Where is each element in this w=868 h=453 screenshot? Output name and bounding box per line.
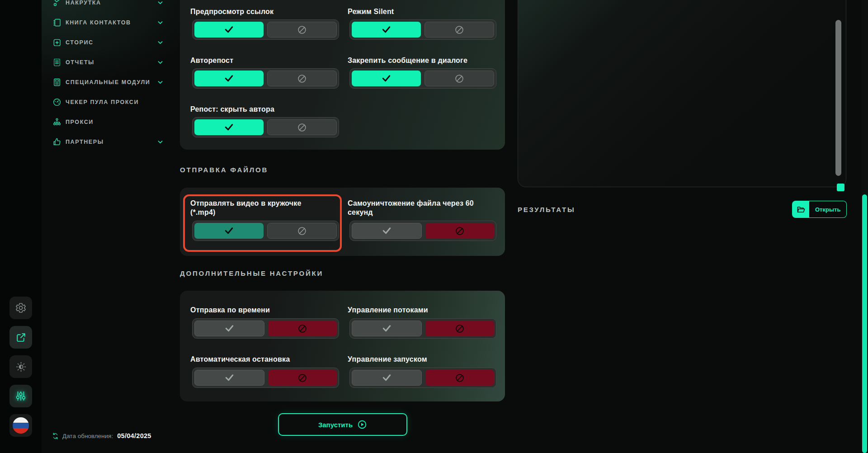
toggle-group	[192, 221, 339, 241]
toggle-cell-2-1: Управление потоками	[337, 306, 495, 339]
stories-icon	[52, 38, 61, 47]
toggle-yes-button[interactable]	[194, 223, 264, 239]
toggle-yes-button[interactable]	[352, 22, 421, 38]
toggle-label: Автоматическая остановка	[190, 355, 337, 364]
toggle-no-button[interactable]	[425, 22, 495, 38]
rail-language-button[interactable]	[9, 414, 32, 437]
ban-icon	[455, 324, 465, 334]
open-results-button[interactable]: Открыть	[792, 201, 847, 218]
check-icon	[224, 24, 234, 35]
toggle-label: Управление потоками	[348, 306, 495, 315]
sidebar-item-1[interactable]: НАКРУТКА	[52, 0, 164, 8]
check-icon	[224, 73, 234, 84]
toggle-yes-button[interactable]	[194, 370, 264, 386]
sidebar-item-8[interactable]: ПАРТНЕРЫ	[52, 137, 164, 147]
check-icon	[224, 226, 234, 236]
equalizer-icon	[15, 390, 27, 402]
ban-icon	[454, 25, 464, 35]
resize-handle-icon[interactable]	[837, 184, 844, 191]
toggle-cell-0-4: Репост: скрыть автора	[180, 105, 337, 137]
ban-icon	[297, 74, 307, 84]
open-results-label: Открыть	[809, 201, 847, 218]
toggle-no-button[interactable]	[425, 321, 495, 336]
ban-icon	[455, 226, 465, 236]
toggle-yes-button[interactable]	[194, 22, 264, 38]
toggle-yes-button[interactable]	[194, 71, 264, 86]
toggle-group	[349, 68, 496, 89]
chevron-down-icon[interactable]	[157, 59, 164, 66]
rail-external-button[interactable]	[9, 326, 32, 349]
sidebar-item-label: ПАРТНЕРЫ	[66, 139, 104, 145]
ban-icon	[297, 25, 307, 35]
toggle-group	[349, 318, 496, 339]
sidebar-item-label: СТОРИС	[66, 39, 94, 46]
toggle-no-button[interactable]	[425, 223, 495, 239]
toggle-yes-button[interactable]	[352, 321, 422, 336]
toggle-group	[192, 68, 339, 89]
chevron-down-icon[interactable]	[157, 19, 164, 26]
message-preview-panel	[518, 0, 846, 187]
ban-icon	[297, 324, 307, 334]
toggle-cell-1-1: Самоуничтожение файла через 60 секунд	[337, 197, 495, 241]
file-sending-panel: Отправлять видео в кружочке (*.mp4)Самоу…	[180, 188, 505, 256]
sidebar-item-6[interactable]: ЧЕКЕР ПУЛА ПРОКСИ	[52, 97, 164, 108]
sidebar-item-label: НАКРУТКА	[66, 0, 101, 6]
toggle-yes-button[interactable]	[352, 223, 422, 239]
toggle-no-button[interactable]	[425, 370, 495, 386]
toggle-group	[192, 318, 339, 339]
page-scrollbar[interactable]	[862, 194, 867, 453]
toggle-group	[349, 368, 496, 388]
run-button[interactable]: Запустить	[278, 413, 407, 436]
folder-open-icon	[792, 201, 809, 218]
toggle-label: Отправка по времени	[190, 306, 337, 315]
sidebar-menu: НАКРУТКАКНИГА КОНТАКТОВСТОРИСОТЧЕТЫСПЕЦИ…	[0, 0, 171, 190]
run-button-label: Запустить	[318, 421, 353, 429]
sidebar-item-4[interactable]: ОТЧЕТЫ	[52, 57, 164, 68]
message-panel-scrollbar[interactable]	[835, 20, 841, 176]
toggle-no-button[interactable]	[267, 223, 337, 239]
refresh-icon	[52, 432, 59, 440]
chevron-down-icon[interactable]	[157, 39, 164, 46]
check-icon	[382, 323, 392, 334]
rail-equalizer-button[interactable]	[9, 385, 32, 407]
sidebar-item-7[interactable]: ПРОКСИ	[52, 117, 164, 127]
sidebar-item-label: ОТЧЕТЫ	[66, 59, 94, 66]
toggle-group	[192, 368, 339, 388]
toggle-no-button[interactable]	[268, 370, 337, 386]
ban-icon	[454, 74, 464, 84]
check-icon	[224, 323, 235, 334]
toggle-group	[192, 19, 339, 40]
ban-icon	[297, 373, 307, 383]
sidebar-item-5[interactable]: СПЕЦИАЛЬНЫЕ МОДУЛИ	[52, 77, 164, 88]
chevron-down-icon[interactable]	[157, 139, 164, 146]
toggle-label: Авторепост	[190, 57, 337, 66]
external-link-icon	[15, 332, 27, 343]
toggle-no-button[interactable]	[267, 22, 337, 38]
rail-settings-button[interactable]	[9, 297, 32, 319]
results-title: РЕЗУЛЬТАТЫ	[518, 206, 576, 213]
check-icon	[382, 226, 392, 236]
toggle-label: Режим Silent	[348, 8, 495, 17]
toggle-no-button[interactable]	[425, 71, 495, 86]
toggle-label: Предпросмотр ссылок	[190, 8, 337, 17]
toggle-no-button[interactable]	[267, 119, 337, 135]
checker-icon	[52, 98, 61, 107]
toggle-yes-button[interactable]	[194, 119, 264, 135]
toggle-label: Репост: скрыть автора	[190, 105, 337, 114]
toggle-cell-0-2: Авторепост	[180, 57, 337, 89]
toggle-label: Управление запуском	[348, 355, 495, 364]
sidebar-item-3[interactable]: СТОРИС	[52, 37, 164, 48]
chevron-down-icon[interactable]	[157, 79, 164, 86]
modules-icon	[52, 78, 61, 87]
ban-icon	[455, 373, 465, 383]
toggle-yes-button[interactable]	[352, 370, 422, 386]
rail-theme-button[interactable]	[9, 355, 32, 378]
toggle-no-button[interactable]	[268, 321, 337, 336]
reports-icon	[52, 58, 61, 67]
sidebar-item-2[interactable]: КНИГА КОНТАКТОВ	[52, 17, 164, 28]
toggle-yes-button[interactable]	[352, 71, 421, 86]
chevron-down-icon[interactable]	[157, 0, 164, 6]
boost-icon	[52, 0, 61, 7]
toggle-no-button[interactable]	[267, 71, 337, 86]
toggle-yes-button[interactable]	[194, 321, 264, 336]
